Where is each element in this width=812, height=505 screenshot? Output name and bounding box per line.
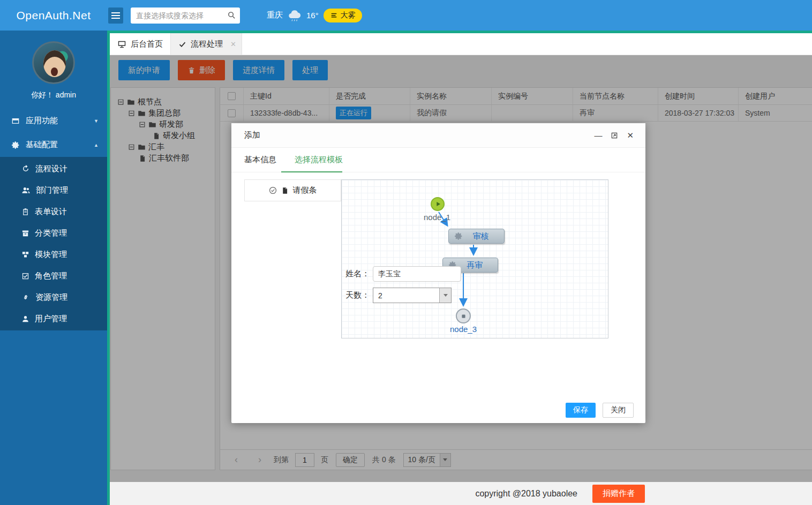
dialog-controls: — ✕ xyxy=(594,131,634,139)
flow-node-review[interactable]: 审核 xyxy=(448,229,505,244)
user-greeting: 你好！ admin xyxy=(0,91,107,100)
search-input[interactable] xyxy=(131,7,240,24)
tab-basic-info[interactable]: 基本信息 xyxy=(244,155,276,165)
tab-close-icon[interactable]: ✕ xyxy=(230,40,236,48)
menu-label: 应用功能 xyxy=(26,116,58,126)
flow-designer-canvas[interactable]: node_1 审核 再审 node_3 xyxy=(341,179,608,338)
tab-home[interactable]: 后台首页 xyxy=(110,33,170,55)
submenu-label: 分类管理 xyxy=(35,228,67,238)
search-icon[interactable] xyxy=(227,11,236,20)
cloud-icon xyxy=(288,9,302,22)
weather-temp: 16° xyxy=(306,11,319,20)
caret-down-icon xyxy=(443,294,448,297)
sidebar-item-department-mgmt[interactable]: 部门管理 xyxy=(0,179,107,201)
sidebar-item-process-design[interactable]: 流程设计 xyxy=(0,158,107,179)
users-icon xyxy=(21,186,31,195)
chevron-down-icon: ▼ xyxy=(94,118,99,124)
flow-node-start-label: node_1 xyxy=(424,213,450,222)
dialog-header: 添加 — ✕ xyxy=(231,123,645,148)
flow-node-label: 再审 xyxy=(457,260,492,270)
submenu-label: 用户管理 xyxy=(35,314,67,324)
clipboard-icon xyxy=(21,208,29,216)
sidebar-item-user-mgmt[interactable]: 用户管理 xyxy=(0,308,107,329)
menu-label: 基础配置 xyxy=(26,140,58,150)
sidebar-item-app-functions[interactable]: 应用功能 ▼ xyxy=(0,109,107,133)
sidebar: 你好！ admin 应用功能 ▼ 基础配置 ▲ 流程设计 部门管理 表单设计 分… xyxy=(0,31,107,505)
name-label: 姓名： xyxy=(345,269,370,279)
close-button[interactable]: 关闭 xyxy=(603,403,634,418)
user-icon xyxy=(21,315,29,323)
days-select[interactable]: 2 xyxy=(373,288,452,303)
minimize-icon[interactable]: — xyxy=(594,131,602,139)
sidebar-item-base-config[interactable]: 基础配置 ▲ xyxy=(0,133,107,157)
tab-label: 后台首页 xyxy=(131,39,163,49)
tab-process-handling[interactable]: 流程处理 ✕ xyxy=(170,33,242,55)
tab-select-template[interactable]: 选择流程模板 xyxy=(295,155,343,165)
check-circle-icon xyxy=(269,186,277,194)
dialog-title: 添加 xyxy=(244,130,260,140)
template-item-leave-note[interactable]: 请假条 xyxy=(244,179,341,201)
fog-icon xyxy=(330,11,338,19)
window-icon xyxy=(11,117,20,125)
dialog-tabs: 基本信息 选择流程模板 xyxy=(231,148,645,172)
name-form-row: 姓名： xyxy=(345,266,461,282)
copyright-text: copyright @2018 yubaolee xyxy=(475,489,577,499)
maximize-icon[interactable] xyxy=(611,132,618,139)
weather-condition: 大雾 xyxy=(341,11,356,20)
submenu-label: 流程设计 xyxy=(35,164,67,174)
sidebar-item-category-mgmt[interactable]: 分类管理 xyxy=(0,222,107,244)
gear-icon xyxy=(454,232,463,240)
dialog-body: 请假条 node_1 审核 xyxy=(231,172,645,423)
donate-button[interactable]: 捐赠作者 xyxy=(592,485,645,503)
sidebar-item-form-design[interactable]: 表单设计 xyxy=(0,201,107,222)
sidebar-submenu: 流程设计 部门管理 表单设计 分类管理 模块管理 角色管理 资源管理 用户管理 xyxy=(0,157,107,330)
add-dialog: 添加 — ✕ 基本信息 选择流程模板 请假条 xyxy=(231,123,645,423)
flow-node-end[interactable] xyxy=(456,308,471,323)
sidebar-item-module-mgmt[interactable]: 模块管理 xyxy=(0,244,107,265)
sidebar-item-role-mgmt[interactable]: 角色管理 xyxy=(0,265,107,287)
dialog-actions: 保存 关闭 xyxy=(566,403,634,418)
submenu-label: 表单设计 xyxy=(35,207,67,217)
close-icon[interactable]: ✕ xyxy=(627,131,634,139)
page-footer: copyright @2018 yubaolee 捐赠作者 xyxy=(110,482,812,505)
days-value: 2 xyxy=(373,291,439,300)
refresh-icon xyxy=(21,164,30,173)
submenu-label: 角色管理 xyxy=(35,271,67,281)
weather-badge: 大雾 xyxy=(324,9,362,22)
template-label: 请假条 xyxy=(293,185,317,195)
monitor-icon xyxy=(117,40,126,49)
archive-icon xyxy=(21,229,29,237)
gear-icon xyxy=(11,141,20,149)
days-form-row: 天数： 2 xyxy=(345,288,452,303)
submenu-label: 资源管理 xyxy=(35,292,67,303)
weather-widget: 重庆 16° 大雾 xyxy=(267,9,362,22)
avatar xyxy=(32,41,75,84)
file-icon xyxy=(281,187,289,194)
page-tabbar: 后台首页 流程处理 ✕ xyxy=(110,33,812,55)
top-header: OpenAuth.Net 重庆 16° 大雾 xyxy=(0,0,812,31)
stop-icon xyxy=(460,312,468,320)
header-search xyxy=(131,7,240,24)
play-icon xyxy=(434,200,442,208)
submenu-label: 部门管理 xyxy=(36,185,68,195)
submenu-label: 模块管理 xyxy=(35,250,67,260)
flow-node-label: 审核 xyxy=(463,231,499,242)
check-square-icon xyxy=(21,272,29,280)
days-label: 天数： xyxy=(345,290,370,300)
select-caret[interactable] xyxy=(439,288,451,303)
save-button[interactable]: 保存 xyxy=(566,403,596,418)
tab-label: 流程处理 xyxy=(191,39,223,49)
check-icon xyxy=(178,40,186,48)
link-icon xyxy=(21,293,30,302)
cubes-icon xyxy=(21,251,29,259)
weather-city: 重庆 xyxy=(267,10,283,20)
sidebar-item-resource-mgmt[interactable]: 资源管理 xyxy=(0,287,107,308)
chevron-up-icon: ▲ xyxy=(94,142,99,148)
app-logo: OpenAuth.Net xyxy=(0,9,107,22)
menu-toggle-button[interactable] xyxy=(108,7,123,24)
name-field[interactable] xyxy=(373,266,461,282)
flow-node-end-label: node_3 xyxy=(450,325,477,334)
flow-node-start[interactable] xyxy=(431,197,445,211)
